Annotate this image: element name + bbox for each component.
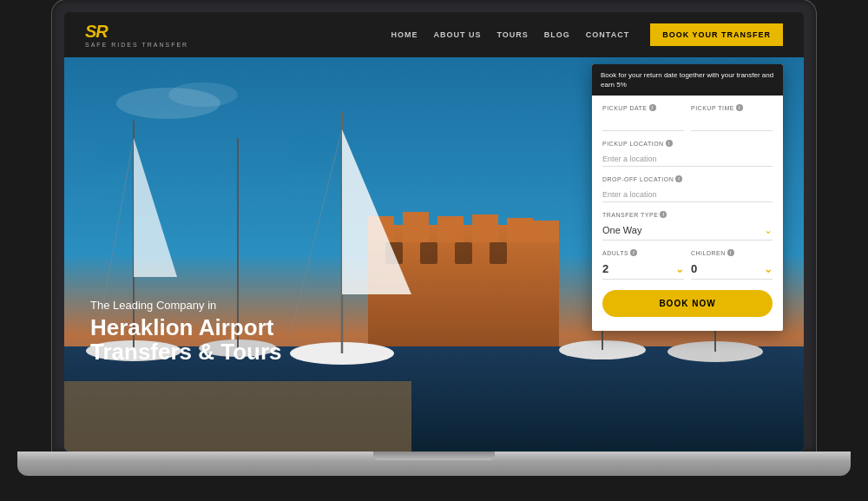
time-info-icon: i	[736, 104, 743, 111]
hero-title: Heraklion AirportTransfers & Tours	[90, 315, 282, 365]
children-field: CHILDREN i 0 ⌄	[691, 249, 773, 280]
logo-icon: SR	[85, 23, 108, 40]
svg-rect-9	[533, 221, 559, 242]
hero-text-block: The Leading Company in Heraklion Airport…	[90, 299, 282, 365]
svg-rect-5	[403, 212, 429, 242]
svg-rect-6	[437, 216, 464, 242]
logo-text: SAFE RIDES TRANSFER	[85, 42, 188, 48]
pickup-date-field: PICKUP DATE i	[602, 104, 684, 131]
booking-body: PICKUP DATE i PICKUP TIME i	[592, 96, 783, 331]
book-now-button[interactable]: BOOK NOW	[602, 290, 773, 317]
pickup-time-input[interactable]	[691, 116, 773, 131]
laptop-screen: SR SAFE RIDES TRANSFER HOME ABOUT US TOU…	[52, 0, 816, 452]
children-info-icon: i	[727, 249, 734, 256]
pickup-time-label: PICKUP TIME i	[691, 104, 773, 111]
transfer-chevron-icon: ⌄	[764, 224, 773, 236]
nav-blog[interactable]: BLOG	[544, 30, 570, 39]
pickup-location-input[interactable]	[602, 152, 773, 167]
svg-rect-11	[420, 242, 437, 264]
pickup-date-input[interactable]	[602, 116, 684, 131]
children-chevron-icon: ⌄	[764, 263, 773, 275]
adults-chevron-icon: ⌄	[675, 263, 684, 275]
transfer-type-field: TRANSFER TYPE i One Way ⌄	[602, 211, 773, 241]
adults-value: 2	[602, 262, 608, 275]
dropoff-location-label: DROP-OFF LOCATION i	[602, 175, 773, 182]
passengers-row: ADULTS i 2 ⌄	[602, 249, 773, 280]
children-value: 0	[691, 262, 697, 275]
nav-book-button[interactable]: BOOK YOUR TRANSFER	[650, 23, 783, 46]
nav-about[interactable]: ABOUT US	[433, 30, 481, 39]
adults-label: ADULTS i	[602, 249, 684, 256]
pickup-location-label: PICKUP LOCATION i	[602, 140, 773, 147]
adults-field: ADULTS i 2 ⌄	[602, 249, 684, 280]
adults-stepper[interactable]: 2 ⌄	[602, 259, 684, 280]
dropoff-location-input[interactable]	[602, 188, 773, 202]
laptop-notch	[373, 452, 495, 460]
laptop-base	[17, 452, 851, 476]
logo: SR SAFE RIDES TRANSFER	[85, 23, 188, 48]
svg-rect-13	[490, 242, 507, 264]
hero-section: The Leading Company in Heraklion Airport…	[64, 57, 804, 452]
booking-banner: Book for your return date together with …	[592, 64, 783, 96]
navbar: SR SAFE RIDES TRANSFER HOME ABOUT US TOU…	[64, 12, 804, 57]
pickup-time-field: PICKUP TIME i	[691, 104, 773, 131]
pickup-date-label: PICKUP DATE i	[602, 104, 684, 111]
children-stepper[interactable]: 0 ⌄	[691, 259, 773, 280]
website: SR SAFE RIDES TRANSFER HOME ABOUT US TOU…	[64, 12, 804, 452]
pickup-location-field: PICKUP LOCATION i	[602, 140, 773, 167]
laptop-wrapper: SR SAFE RIDES TRANSFER HOME ABOUT US TOU…	[9, 0, 859, 501]
dropoff-location-field: DROP-OFF LOCATION i	[602, 175, 773, 202]
transfer-type-label: TRANSFER TYPE i	[602, 211, 773, 218]
hero-subtitle: The Leading Company in	[90, 299, 282, 312]
transfer-type-select[interactable]: One Way ⌄	[602, 221, 773, 241]
dropoff-info-icon: i	[675, 175, 682, 182]
svg-point-2	[168, 82, 238, 107]
svg-rect-30	[64, 381, 411, 452]
screen-inner: SR SAFE RIDES TRANSFER HOME ABOUT US TOU…	[64, 12, 804, 452]
svg-rect-8	[507, 218, 533, 242]
nav-links: HOME ABOUT US TOURS BLOG CONTACT	[391, 30, 629, 39]
svg-rect-7	[472, 214, 498, 242]
pickup-info-icon: i	[666, 140, 673, 147]
nav-contact[interactable]: CONTACT	[586, 30, 629, 39]
date-info-icon: i	[649, 104, 656, 111]
booking-panel: Book for your return date together with …	[592, 64, 783, 331]
children-label: CHILDREN i	[691, 249, 773, 256]
svg-rect-12	[455, 242, 472, 264]
nav-home[interactable]: HOME	[391, 30, 418, 39]
date-time-row: PICKUP DATE i PICKUP TIME i	[602, 104, 773, 131]
transfer-type-value: One Way	[602, 225, 641, 235]
transfer-info-icon: i	[660, 211, 667, 218]
nav-tours[interactable]: TOURS	[496, 30, 528, 39]
adults-info-icon: i	[630, 249, 637, 256]
